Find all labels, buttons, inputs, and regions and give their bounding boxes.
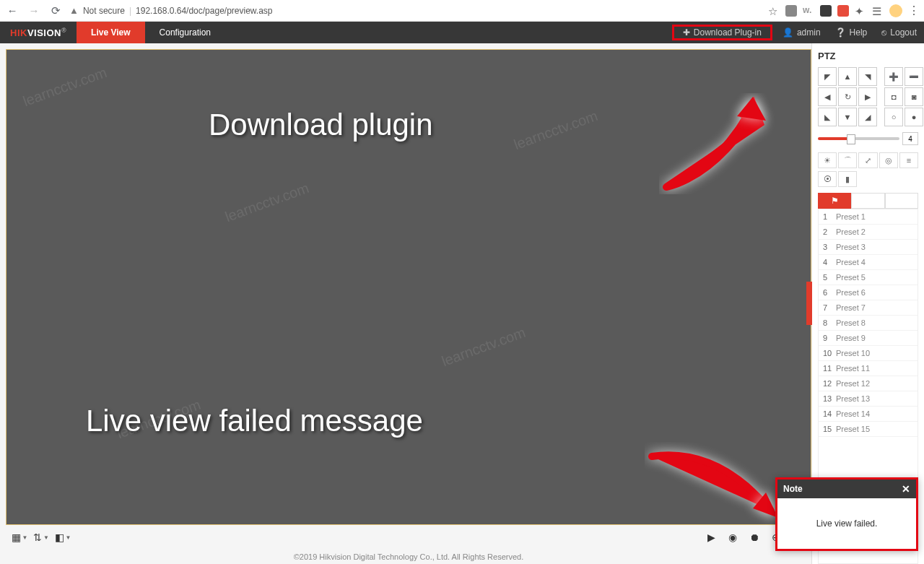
- tab-live-view[interactable]: Live View: [77, 22, 144, 43]
- preset-number: 13: [823, 394, 836, 403]
- download-plugin-highlight: ✚ Download Plug-in: [672, 25, 772, 40]
- panel-collapse-tab[interactable]: [806, 282, 812, 325]
- ptz-up-right[interactable]: ◥: [858, 67, 877, 86]
- ext-icon-1[interactable]: [785, 5, 797, 17]
- preset-row[interactable]: 10Preset 10: [819, 346, 918, 361]
- focus-near[interactable]: ◘: [884, 87, 903, 106]
- help-icon: ❔: [835, 27, 846, 38]
- preset-number: 4: [823, 258, 836, 266]
- arrow-to-note: [645, 442, 789, 532]
- ptz-up[interactable]: ▲: [838, 67, 857, 86]
- preset-tab-2[interactable]: [851, 193, 884, 209]
- preset-name: Preset 4: [836, 258, 866, 266]
- preset-row[interactable]: 4Preset 4: [819, 255, 918, 270]
- layout-button[interactable]: ▦▼: [10, 529, 29, 546]
- arrow-to-download: [659, 93, 782, 197]
- preset-row[interactable]: 14Preset 14: [819, 407, 918, 422]
- extensions-icon[interactable]: ✦: [855, 5, 866, 17]
- app-topbar: HIKVISION® Live View Configuration ✚ Dow…: [0, 22, 924, 43]
- preset-number: 8: [823, 318, 836, 327]
- ptz-right[interactable]: ▶: [858, 87, 877, 106]
- zoom-out[interactable]: ➖: [905, 67, 923, 86]
- wiper-button[interactable]: ⌒: [838, 152, 857, 168]
- ptz-down-right[interactable]: ◢: [858, 108, 877, 126]
- puzzle-icon: ✚: [683, 27, 690, 38]
- watermark: learncctv.com: [440, 324, 528, 370]
- light-button[interactable]: ☀: [818, 152, 837, 168]
- preset-name: Preset 10: [836, 349, 870, 357]
- annotation-download-plugin: Download plugin: [209, 108, 433, 142]
- preset-row[interactable]: 1Preset 1: [819, 209, 918, 225]
- ext-icon-3[interactable]: [837, 5, 849, 17]
- stream-button[interactable]: ⇅▼: [32, 529, 51, 546]
- iris-close[interactable]: ●: [905, 108, 923, 126]
- preset-tab-flag[interactable]: ⚑: [818, 193, 851, 209]
- download-plugin-link[interactable]: ✚ Download Plug-in: [676, 27, 769, 38]
- preset-name: Preset 5: [836, 273, 866, 282]
- preset-tab-3[interactable]: [885, 193, 918, 209]
- ptz-speed-slider[interactable]: [818, 137, 899, 140]
- security-label: Not secure: [83, 6, 125, 16]
- preset-row[interactable]: 13Preset 13: [819, 391, 918, 407]
- preset-number: 3: [823, 243, 836, 251]
- user-icon: 👤: [783, 27, 793, 38]
- note-close-icon[interactable]: ✕: [902, 483, 910, 495]
- logout-link[interactable]: ⎋ Logout: [874, 27, 924, 38]
- back-button[interactable]: ←: [4, 3, 20, 19]
- preset-row[interactable]: 11Preset 11: [819, 361, 918, 376]
- reload-button[interactable]: ⟳: [48, 3, 64, 19]
- live-view-viewport[interactable]: learncctv.com learncctv.com learncctv.co…: [6, 49, 811, 525]
- chrome-menu-icon[interactable]: ⋮: [908, 4, 920, 17]
- ptz-speed-value: 4: [902, 132, 918, 145]
- readlist-icon[interactable]: ☰: [872, 5, 884, 17]
- preset-row[interactable]: 15Preset 15: [819, 422, 918, 437]
- preset-row[interactable]: 12Preset 12: [819, 376, 918, 391]
- menu-button[interactable]: ≡: [899, 152, 918, 168]
- help-link[interactable]: ❔ Help: [828, 27, 875, 38]
- focus-far[interactable]: ◙: [905, 87, 923, 106]
- preset-number: 7: [823, 303, 836, 312]
- preset-number: 9: [823, 334, 836, 342]
- preset-number: 1: [823, 212, 836, 221]
- aux2-button[interactable]: ▮: [838, 171, 857, 187]
- forward-button[interactable]: →: [26, 3, 42, 19]
- ptz-auto[interactable]: ↻: [838, 87, 857, 106]
- user-link[interactable]: 👤 admin: [775, 27, 828, 38]
- ptz-speed-row: 4: [812, 126, 924, 151]
- preset-name: Preset 7: [836, 303, 866, 312]
- preset-name: Preset 11: [836, 364, 870, 373]
- watermark: learncctv.com: [21, 64, 109, 110]
- browser-toolbar: ← → ⟳ ▲ Not secure | 192.168.0.64/doc/pa…: [0, 0, 924, 22]
- ext-icon-w[interactable]: w.: [803, 5, 814, 17]
- zoom-in[interactable]: ➕: [884, 67, 903, 86]
- preset-row[interactable]: 6Preset 6: [819, 285, 918, 300]
- profile-avatar[interactable]: [889, 4, 902, 17]
- ptz-left[interactable]: ◀: [818, 87, 837, 106]
- preset-row[interactable]: 7Preset 7: [819, 300, 918, 316]
- ratio-button[interactable]: ◧▼: [53, 529, 72, 546]
- tab-configuration[interactable]: Configuration: [145, 22, 225, 43]
- iris-open[interactable]: ○: [884, 108, 903, 126]
- preset-row[interactable]: 8Preset 8: [819, 316, 918, 331]
- preset-row[interactable]: 9Preset 9: [819, 331, 918, 346]
- preset-number: 5: [823, 273, 836, 282]
- preset-row[interactable]: 2Preset 2: [819, 225, 918, 240]
- aux1-button[interactable]: ⦿: [818, 171, 837, 187]
- preset-row[interactable]: 5Preset 5: [819, 270, 918, 285]
- init-lens-button[interactable]: ◎: [879, 152, 898, 168]
- focus-aux-button[interactable]: ⤢: [858, 152, 877, 168]
- preset-name: Preset 9: [836, 334, 866, 342]
- ptz-up-left[interactable]: ◤: [818, 67, 837, 86]
- annotation-live-view-failed: Live view failed message: [86, 404, 423, 438]
- ext-icon-2[interactable]: [820, 5, 832, 17]
- preset-row[interactable]: 3Preset 3: [819, 240, 918, 255]
- note-body: Live view failed.: [777, 498, 916, 549]
- ptz-down-left[interactable]: ◣: [818, 108, 837, 126]
- note-title: Note: [783, 484, 803, 494]
- preset-name: Preset 6: [836, 288, 866, 297]
- preset-number: 2: [823, 227, 836, 236]
- preset-number: 6: [823, 288, 836, 297]
- bookmark-icon[interactable]: ☆: [768, 5, 780, 17]
- ptz-down[interactable]: ▼: [838, 108, 857, 126]
- address-bar[interactable]: ▲ Not secure | 192.168.0.64/doc/page/pre…: [69, 5, 762, 16]
